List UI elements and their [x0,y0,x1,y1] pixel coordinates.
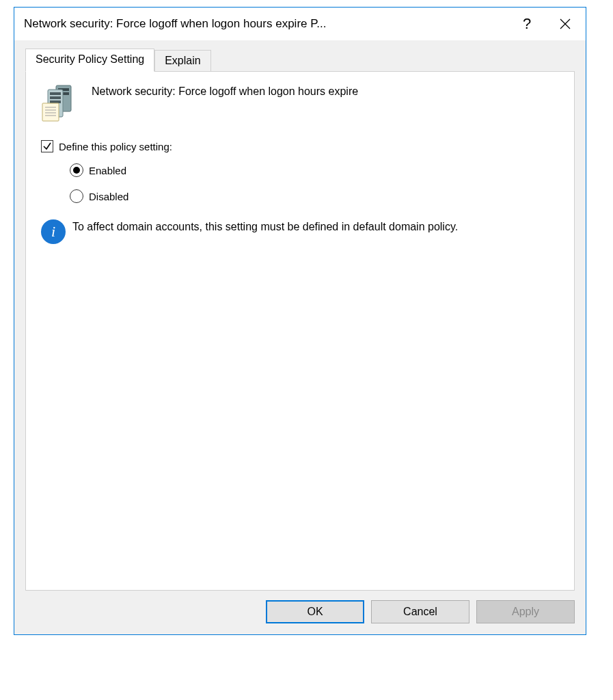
window-title: Network security: Force logoff when logo… [24,17,508,31]
tab-security-policy[interactable]: Security Policy Setting [25,49,154,72]
tab-panel: Network security: Force logoff when logo… [25,71,575,591]
svg-rect-9 [42,103,59,121]
policy-header: Network security: Force logoff when logo… [41,84,559,122]
tab-explain[interactable]: Explain [154,50,210,71]
info-row: i To affect domain accounts, this settin… [41,219,559,244]
apply-button: Apply [476,600,575,623]
define-policy-checkbox[interactable] [41,140,53,152]
tab-strip: Security Policy Setting Explain [25,49,575,71]
policy-servers-icon [41,84,78,122]
dialog-button-row: OK Cancel Apply [25,591,575,623]
svg-rect-8 [50,100,61,103]
titlebar-controls: ? [508,8,584,40]
define-policy-checkbox-row: Define this policy setting: [41,140,559,152]
policy-title: Network security: Force logoff when logo… [92,84,358,98]
checkmark-icon [42,142,52,151]
close-icon [560,18,571,29]
tabs-container: Security Policy Setting Explain [25,49,575,591]
define-policy-label: Define this policy setting: [59,141,172,152]
svg-rect-7 [50,96,61,99]
radio-disabled-label: Disabled [89,191,128,202]
properties-dialog: Network security: Force logoff when logo… [14,7,586,635]
radio-enabled[interactable] [70,163,83,177]
help-icon: ? [523,15,531,33]
radio-dot-icon [73,167,80,174]
policy-radio-group: Enabled Disabled [41,163,559,203]
dialog-body: Security Policy Setting Explain [14,40,586,634]
radio-disabled[interactable] [70,189,83,203]
radio-enabled-row: Enabled [70,163,559,177]
info-icon-glyph: i [51,224,55,239]
ok-button[interactable]: OK [266,600,364,623]
info-text: To affect domain accounts, this setting … [72,219,458,234]
info-icon: i [41,219,66,244]
radio-enabled-label: Enabled [89,165,126,176]
cancel-button[interactable]: Cancel [371,600,469,623]
svg-rect-6 [50,92,61,95]
radio-disabled-row: Disabled [70,189,559,203]
titlebar: Network security: Force logoff when logo… [14,8,586,40]
help-button[interactable]: ? [508,8,546,40]
close-button[interactable] [546,8,584,40]
